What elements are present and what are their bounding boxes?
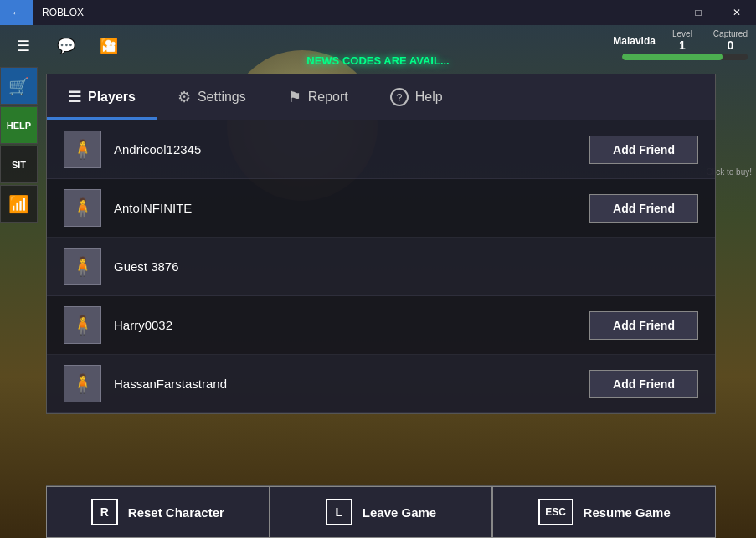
health-fill xyxy=(622,54,723,60)
wifi-icon[interactable]: 📶 xyxy=(0,185,38,223)
player-name-2: AntoINFINITE xyxy=(114,201,577,215)
help-tab-label: Help xyxy=(415,90,443,105)
help-label: HELP xyxy=(7,120,31,131)
news-ticker: NEWS CODES ARE AVAIL... xyxy=(306,54,449,67)
resume-game-label: Resume Game xyxy=(584,505,671,520)
table-row: 🧍 AntoINFINITE Add Friend xyxy=(47,179,715,238)
resume-game-button[interactable]: ESC Resume Game xyxy=(492,486,716,538)
help-sidebar-btn[interactable]: HELP xyxy=(0,106,38,144)
player-name: Malavida xyxy=(613,35,656,47)
minimize-button[interactable]: — xyxy=(640,0,679,25)
table-row: 🧍 Harry0032 Add Friend xyxy=(47,296,715,355)
reset-character-button[interactable]: R Reset Character xyxy=(46,486,270,538)
l-key-badge: L xyxy=(326,499,352,525)
add-friend-button-4[interactable]: Add Friend xyxy=(589,311,698,340)
close-button[interactable]: ✕ xyxy=(717,0,756,25)
menu-icon[interactable]: ☰ xyxy=(8,31,39,61)
player-name-3: Guest 3876 xyxy=(114,259,698,274)
avatar: 🧍 xyxy=(64,365,101,402)
captured-value: 0 xyxy=(728,38,734,52)
hud: Malavida Level 1 Captured 0 xyxy=(613,29,748,60)
settings-tab-icon: ⚙ xyxy=(177,88,191,106)
leave-game-button[interactable]: L Leave Game xyxy=(270,486,493,538)
chat-icon[interactable]: 💬 xyxy=(51,31,81,61)
players-tab-label: Players xyxy=(88,90,136,105)
tab-report[interactable]: ⚑ Report xyxy=(267,74,369,120)
maximize-button[interactable]: □ xyxy=(679,0,717,25)
avatar: 🧍 xyxy=(64,131,101,168)
avatar: 🧍 xyxy=(64,189,101,227)
bottom-actions: R Reset Character L Leave Game ESC Resum… xyxy=(46,485,716,538)
settings-tab-label: Settings xyxy=(198,90,246,105)
captured-label: Captured xyxy=(713,29,748,38)
tab-settings[interactable]: ⚙ Settings xyxy=(157,74,267,120)
app-title: ROBLOX xyxy=(33,7,640,18)
main-panel: ☰ Players ⚙ Settings ⚑ Report ? Help 🧍 A… xyxy=(46,74,716,414)
captured-stat: Captured 0 xyxy=(713,29,748,52)
hud-player-row: Malavida Level 1 Captured 0 xyxy=(613,29,748,52)
level-stat: Level 1 xyxy=(672,29,692,52)
leave-game-label: Leave Game xyxy=(363,505,436,520)
player-list: 🧍 Andricool12345 Add Friend 🧍 AntoINFINI… xyxy=(47,120,715,413)
report-tab-label: Report xyxy=(308,90,348,105)
tab-help[interactable]: ? Help xyxy=(369,74,464,120)
titlebar: ← ROBLOX — □ ✕ xyxy=(0,0,756,25)
left-sidebar: 🛒 HELP SIT 📶 xyxy=(0,67,38,223)
back-button[interactable]: ← xyxy=(0,0,33,25)
add-friend-button-5[interactable]: Add Friend xyxy=(589,370,698,398)
add-friend-button-1[interactable]: Add Friend xyxy=(589,136,698,164)
health-bar xyxy=(622,54,748,60)
player-name-5: HassanFarstastrand xyxy=(114,377,577,391)
table-row: 🧍 HassanFarstastrand Add Friend xyxy=(47,355,715,413)
esc-key-badge: ESC xyxy=(538,499,573,525)
bag-icon[interactable]: 🎦 xyxy=(94,31,124,61)
help-tab-icon: ? xyxy=(390,88,409,106)
player-name-4: Harry0032 xyxy=(114,318,577,332)
avatar: 🧍 xyxy=(64,306,101,344)
avatar: 🧍 xyxy=(64,248,101,285)
players-tab-icon: ☰ xyxy=(68,88,81,106)
add-friend-button-2[interactable]: Add Friend xyxy=(589,194,698,223)
sit-label: SIT xyxy=(12,160,26,170)
level-label: Level xyxy=(672,29,692,38)
level-value: 1 xyxy=(679,38,686,52)
top-toolbar: ☰ 💬 🎦 xyxy=(0,25,132,67)
shop-icon[interactable]: 🛒 xyxy=(0,67,38,105)
player-name-1: Andricool12345 xyxy=(114,142,577,156)
hud-stats: Level 1 Captured 0 xyxy=(672,29,748,52)
tab-players[interactable]: ☰ Players xyxy=(47,74,157,120)
window-controls: — □ ✕ xyxy=(640,0,756,25)
report-tab-icon: ⚑ xyxy=(288,88,301,106)
table-row: 🧍 Andricool12345 Add Friend xyxy=(47,120,715,179)
r-key-badge: R xyxy=(91,499,118,525)
sit-btn[interactable]: SIT xyxy=(0,146,38,183)
reset-character-label: Reset Character xyxy=(128,505,224,520)
tab-bar: ☰ Players ⚙ Settings ⚑ Report ? Help xyxy=(47,74,715,120)
table-row: 🧍 Guest 3876 xyxy=(47,238,715,296)
